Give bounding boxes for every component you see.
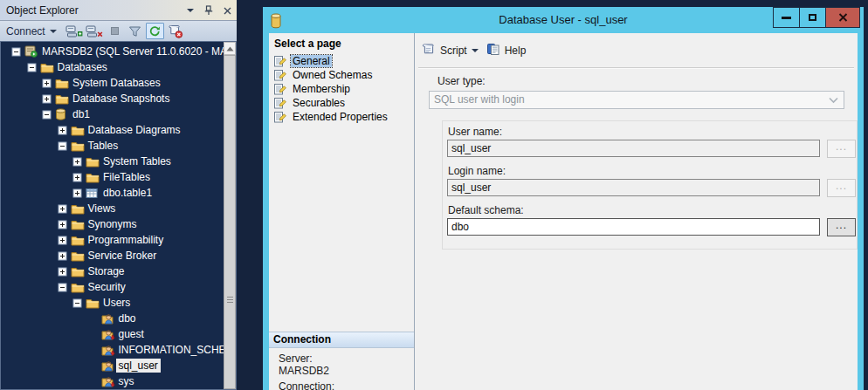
expand-icon[interactable]: [58, 267, 67, 277]
login-name-field[interactable]: [447, 179, 820, 196]
tree-item-security[interactable]: Security: [1, 279, 236, 295]
tree-item-sys[interactable]: sys: [1, 373, 236, 389]
tree-item-sql-user[interactable]: sql_user: [1, 358, 236, 373]
tree-item-dbo-table1[interactable]: dbo.table1: [1, 185, 236, 201]
folder-icon: [71, 235, 86, 246]
page-item-label: Extended Properties: [291, 111, 389, 123]
collapse-icon[interactable]: [27, 63, 37, 72]
tree-item-guest[interactable]: guest: [1, 326, 236, 342]
collapse-icon[interactable]: [58, 141, 67, 151]
expand-icon[interactable]: [58, 236, 67, 245]
maximize-button[interactable]: [799, 8, 825, 27]
expand-icon[interactable]: [58, 126, 67, 135]
expand-icon[interactable]: [42, 94, 52, 104]
expand-icon[interactable]: [72, 173, 82, 182]
database-icon: [55, 108, 70, 120]
tree-item-programmability[interactable]: Programmability: [1, 232, 236, 248]
help-button[interactable]: Help: [486, 43, 527, 58]
script-icon: [420, 43, 436, 58]
tree-item-users[interactable]: Users: [1, 295, 236, 311]
collapse-icon[interactable]: [11, 47, 21, 57]
script-chevron-icon[interactable]: [472, 49, 479, 52]
expand-icon[interactable]: [72, 157, 82, 167]
user-type-select[interactable]: SQL user with login: [429, 91, 844, 109]
tree-item-dbo[interactable]: dbo: [1, 311, 236, 326]
tree-item-label: sql_user: [116, 359, 161, 373]
tree-item-synonyms[interactable]: Synonyms: [1, 216, 236, 232]
tree-item-service-broker[interactable]: Service Broker: [1, 248, 236, 263]
stop-icon: [106, 23, 124, 39]
folder-icon: [71, 203, 86, 215]
connect-server-icon[interactable]: [65, 23, 84, 39]
folder-icon: [71, 125, 86, 136]
expand-icon[interactable]: [42, 79, 52, 88]
expand-icon[interactable]: [58, 204, 67, 214]
tree-item-filetables[interactable]: FileTables: [1, 169, 236, 185]
tree-item-database-diagrams[interactable]: Database Diagrams: [1, 122, 236, 138]
expand-icon[interactable]: [72, 188, 82, 198]
auto-hide-pin-icon[interactable]: [203, 4, 215, 17]
tree-item-label: sys: [116, 374, 137, 388]
tree-item-tables[interactable]: Tables: [1, 138, 236, 154]
page-item-extended-properties[interactable]: Extended Properties: [269, 110, 414, 124]
close-icon[interactable]: [221, 4, 233, 17]
scroll-up-icon[interactable]: [224, 42, 236, 55]
tree-item-databases[interactable]: Databases: [1, 59, 236, 75]
collapse-icon[interactable]: [72, 298, 82, 308]
dialog-titlebar[interactable]: Database User - sql_user: [263, 7, 864, 33]
tree-item-label: dbo.table1: [100, 186, 155, 200]
page-item-securables[interactable]: Securables: [269, 96, 414, 110]
expand-icon[interactable]: [58, 251, 67, 261]
object-explorer-titlebar[interactable]: Object Explorer: [0, 0, 237, 21]
login-name-label: Login name:: [448, 165, 506, 177]
collapse-icon[interactable]: [42, 110, 52, 120]
page-item-membership[interactable]: Membership: [269, 82, 414, 96]
close-button[interactable]: [825, 8, 859, 27]
object-explorer-title: Object Explorer: [6, 4, 79, 17]
window-position-chevron-icon[interactable]: [184, 4, 196, 17]
connect-button[interactable]: Connect: [6, 25, 57, 38]
minimize-button[interactable]: [774, 8, 799, 27]
page-item-label: Owned Schemas: [291, 69, 374, 81]
expander-spacer: [88, 377, 98, 387]
tree-item-system-databases[interactable]: System Databases: [1, 75, 236, 91]
dialog-title: Database User - sql_user: [499, 13, 627, 26]
tree-item-label: Tables: [86, 139, 121, 153]
page-item-owned-schemas[interactable]: Owned Schemas: [269, 68, 414, 82]
chevron-down-icon: [50, 30, 57, 33]
default-schema-field[interactable]: [447, 218, 820, 236]
disconnect-server-icon[interactable]: [86, 23, 104, 39]
user-name-field[interactable]: [447, 140, 820, 157]
tree-item-database-snapshots[interactable]: Database Snapshots: [1, 91, 236, 106]
script-error-icon[interactable]: [166, 23, 184, 39]
tree-item-system-tables[interactable]: System Tables: [1, 154, 236, 169]
dialog-main-pane: Script Help User type: SQL user with log…: [415, 33, 858, 390]
tree-item-views[interactable]: Views: [1, 201, 236, 216]
select-a-page-header: Select a page: [274, 38, 341, 50]
page-item-general[interactable]: General: [269, 54, 414, 68]
tree-item-db1[interactable]: db1: [1, 106, 236, 122]
folder-icon: [71, 219, 86, 230]
default-schema-browse-button[interactable]: ...: [827, 218, 856, 236]
tree-item-storage[interactable]: Storage: [1, 263, 236, 279]
folder-icon: [71, 250, 86, 262]
page-list: GeneralOwned SchemasMembershipSecurables…: [269, 54, 414, 124]
tree-item-label: guest: [116, 327, 147, 341]
object-explorer-panel: Object Explorer Connect MARSDB2 (SQL Ser…: [0, 0, 237, 390]
tree-scrollbar[interactable]: [224, 42, 236, 389]
scrollbar-thumb[interactable]: [224, 55, 236, 389]
tree-item-information-schema[interactable]: INFORMATION_SCHEMA: [1, 342, 236, 358]
expand-icon[interactable]: [58, 220, 67, 229]
connect-label: Connect: [6, 25, 45, 38]
page-icon: [273, 55, 291, 67]
collapse-icon[interactable]: [58, 283, 67, 292]
folder-icon: [86, 156, 100, 168]
script-button[interactable]: Script: [420, 43, 479, 58]
tree-item-marsdb2-sql-server-11-0-6020-marsd[interactable]: MARSDB2 (SQL Server 11.0.6020 - MARSD: [1, 44, 236, 59]
tree-item-label: System Tables: [100, 154, 174, 168]
refresh-icon[interactable]: [146, 23, 164, 39]
user-name-label: User name:: [448, 126, 502, 138]
filter-icon[interactable]: [126, 23, 144, 39]
tree-item-label: Views: [86, 202, 119, 216]
expander-spacer: [88, 346, 98, 355]
